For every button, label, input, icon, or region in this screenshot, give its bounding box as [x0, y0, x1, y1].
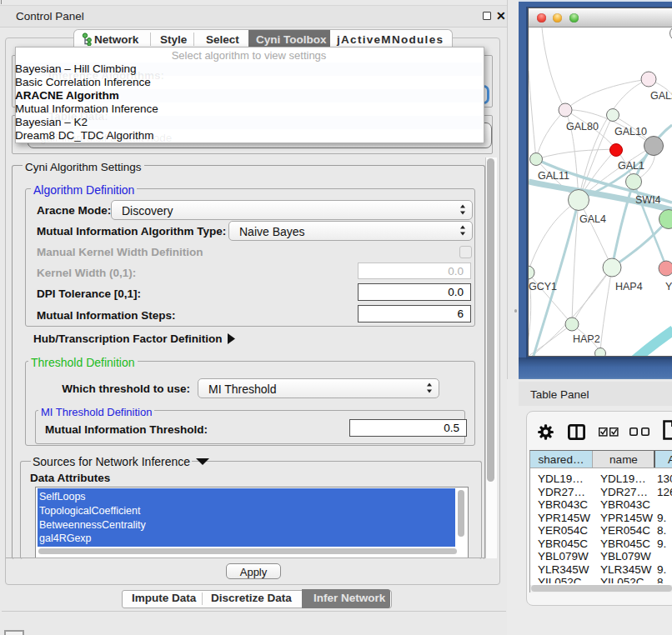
svg-text:Y: Y [665, 281, 672, 292]
svg-text:GAL10: GAL10 [614, 126, 647, 138]
svg-text:GAL4: GAL4 [579, 213, 606, 225]
svg-text:HAP4: HAP4 [615, 281, 643, 292]
svg-text:GAL11: GAL11 [538, 170, 569, 182]
svg-text:SWI4: SWI4 [635, 194, 661, 206]
svg-text:HAP2: HAP2 [573, 333, 600, 345]
svg-text:GAL1: GAL1 [618, 160, 644, 172]
svg-text:GCY1: GCY1 [529, 281, 557, 292]
svg-text:GAL2: GAL2 [650, 90, 672, 102]
svg-text:GAL80: GAL80 [566, 121, 599, 132]
